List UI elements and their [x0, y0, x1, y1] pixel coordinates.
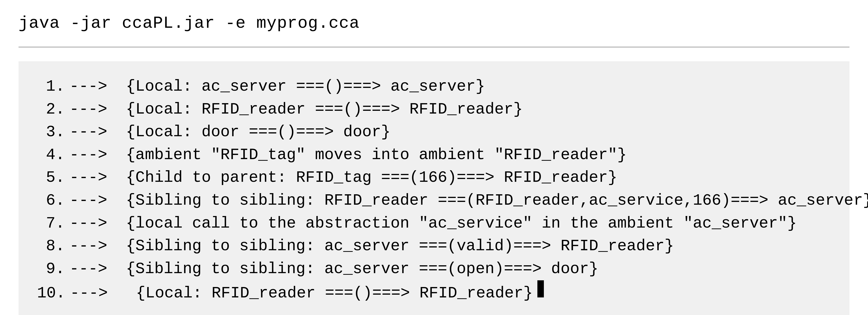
table-row: 8.---> {Sibling to sibling: ac_server ==…: [37, 235, 831, 258]
table-row: 6.---> {Sibling to sibling: RFID_reader …: [37, 189, 831, 212]
divider-top: [19, 47, 849, 47]
line-content: {Local: RFID_reader ===()===> RFID_reade…: [117, 282, 533, 305]
line-content: {Child to parent: RFID_tag ===(166)===> …: [117, 166, 617, 189]
table-row: 5.---> {Child to parent: RFID_tag ===(16…: [37, 166, 831, 189]
line-number: 2.: [37, 98, 65, 121]
command-text: java -jar ccaPL.jar -e myprog.cca: [19, 14, 360, 33]
table-row: 2.---> {Local: RFID_reader ===()===> RFI…: [37, 98, 831, 121]
line-number: 10.: [37, 282, 65, 305]
table-row: 9.---> {Sibling to sibling: ac_server ==…: [37, 258, 831, 281]
line-number: 5.: [37, 166, 65, 189]
code-block: 1.---> {Local: ac_server ===()===> ac_se…: [19, 61, 849, 315]
line-content: {Local: ac_server ===()===> ac_server}: [117, 75, 485, 98]
line-number: 3.: [37, 121, 65, 144]
line-number: 1.: [37, 75, 65, 98]
line-arrow: --->: [69, 75, 107, 98]
line-number: 6.: [37, 189, 65, 212]
line-content: {Local: door ===()===> door}: [117, 121, 390, 144]
table-row: 7.---> {local call to the abstraction "a…: [37, 212, 831, 235]
line-content: {Sibling to sibling: ac_server ===(valid…: [117, 235, 674, 258]
table-row: 1.---> {Local: ac_server ===()===> ac_se…: [37, 75, 831, 98]
table-row: 3.---> {Local: door ===()===> door}: [37, 121, 831, 144]
line-number: 9.: [37, 258, 65, 281]
line-number: 7.: [37, 212, 65, 235]
command-line: java -jar ccaPL.jar -e myprog.cca: [19, 14, 849, 33]
line-number: 4.: [37, 144, 65, 167]
line-arrow: --->: [69, 144, 107, 167]
line-content: {Sibling to sibling: ac_server ===(open)…: [117, 258, 598, 281]
table-row: 4.---> {ambient "RFID_tag" moves into am…: [37, 144, 831, 167]
line-arrow: --->: [69, 98, 107, 121]
line-arrow: --->: [69, 235, 107, 258]
line-content: {Local: RFID_reader ===()===> RFID_reade…: [117, 98, 523, 121]
page-container: java -jar ccaPL.jar -e myprog.cca 1.--->…: [0, 0, 868, 315]
text-cursor: [537, 280, 544, 298]
line-content: {local call to the abstraction "ac_servi…: [117, 212, 797, 235]
line-arrow: --->: [69, 166, 107, 189]
line-arrow: --->: [70, 282, 108, 305]
line-arrow: --->: [69, 189, 107, 212]
line-number: 8.: [37, 235, 65, 258]
line-content: {Sibling to sibling: RFID_reader ===(RFI…: [117, 189, 868, 212]
line-arrow: --->: [69, 121, 107, 144]
line-arrow: --->: [69, 258, 107, 281]
table-row: 10.---> {Local: RFID_reader ===()===> RF…: [37, 280, 831, 305]
line-content: {ambient "RFID_tag" moves into ambient "…: [117, 144, 627, 167]
line-arrow: --->: [69, 212, 107, 235]
